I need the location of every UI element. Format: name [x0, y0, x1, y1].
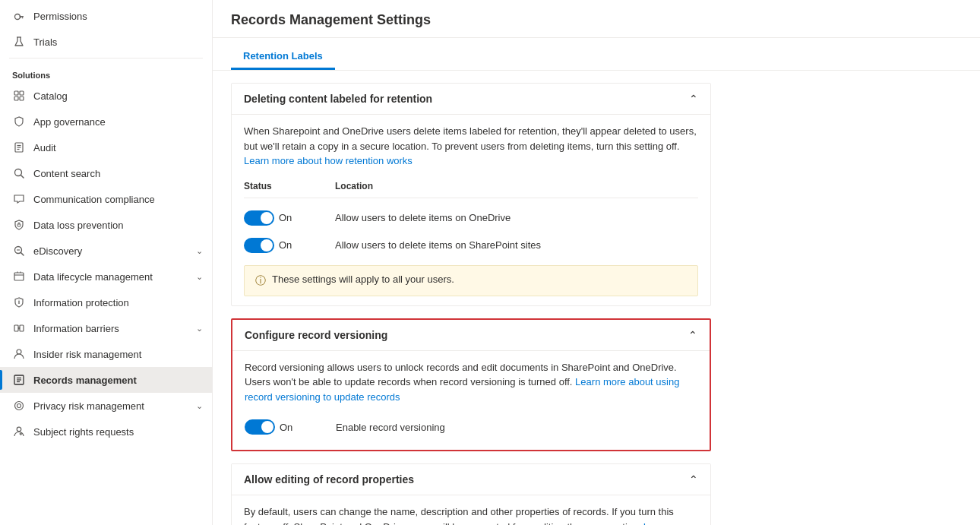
toggle-row-onedrive: On Allow users to delete items on OneDri… — [244, 204, 698, 232]
toggle-track-versioning[interactable] — [245, 419, 275, 435]
svg-rect-2 — [22, 17, 23, 18]
sidebar-item-insider-risk[interactable]: Insider risk management — [0, 341, 212, 367]
svg-rect-3 — [21, 17, 21, 18]
sidebar-item-audit[interactable]: Audit — [0, 134, 212, 160]
sidebar-item-information-protection-label: Information protection — [33, 297, 129, 308]
sidebar-item-content-search[interactable]: Content search — [0, 160, 212, 186]
sidebar-item-records-management[interactable]: Records management — [0, 367, 212, 393]
svg-rect-19 — [14, 273, 24, 280]
sidebar-item-permissions[interactable]: Permissions — [0, 3, 212, 29]
solutions-label: Solutions — [0, 62, 212, 83]
toggle-onedrive[interactable] — [244, 210, 274, 226]
info-protection-icon — [12, 296, 26, 309]
configure-versioning-collapse-icon[interactable]: ⌃ — [688, 329, 697, 341]
allow-editing-title: Allow editing of record properties — [244, 473, 414, 485]
ediscovery-chevron-icon: ⌄ — [196, 246, 203, 256]
toggle-location-sharepoint: Allow users to delete items on SharePoin… — [335, 239, 698, 251]
sidebar-item-trials[interactable]: Trials — [0, 29, 212, 55]
allow-editing-collapse-icon[interactable]: ⌃ — [689, 473, 698, 485]
configure-versioning-title: Configure record versioning — [245, 329, 387, 341]
toggle-thumb-versioning — [261, 421, 273, 433]
sidebar: Permissions Trials Solutions Catalog App… — [0, 0, 213, 525]
tab-retention-labels[interactable]: Retention Labels — [231, 44, 335, 70]
allow-editing-header: Allow editing of record properties ⌃ — [232, 464, 710, 495]
sidebar-item-trials-label: Trials — [33, 36, 57, 48]
sidebar-item-information-protection[interactable]: Information protection — [0, 289, 212, 315]
deleting-content-body: When Sharepoint and OneDrive users delet… — [232, 115, 710, 305]
audit-icon — [12, 141, 26, 154]
svg-rect-8 — [20, 96, 24, 100]
records-icon — [12, 373, 26, 387]
svg-point-36 — [17, 427, 21, 432]
info-icon-1: ⓘ — [255, 274, 266, 288]
toggle-track-onedrive[interactable] — [244, 210, 274, 226]
tabs-bar: Retention Labels — [213, 38, 980, 71]
sidebar-item-permissions-label: Permissions — [33, 11, 87, 22]
person-alert-icon — [12, 347, 26, 361]
col-header-status: Status — [244, 181, 335, 191]
toggle-status-sharepoint: On — [244, 238, 335, 253]
sidebar-item-privacy-risk[interactable]: Privacy risk management ⌄ — [0, 393, 212, 419]
svg-rect-5 — [14, 91, 18, 95]
toggle-row-sharepoint: On Allow users to delete items on ShareP… — [244, 232, 698, 259]
toggle-status-onedrive: On — [244, 210, 335, 226]
sidebar-item-content-search-label: Content search — [33, 168, 100, 179]
sidebar-item-subject-rights-label: Subject rights requests — [33, 426, 134, 438]
configure-versioning-desc: Record versioning allows users to unlock… — [245, 360, 697, 405]
deleting-content-desc: When Sharepoint and OneDrive users delet… — [244, 124, 698, 169]
allow-editing-desc: By default, users can change the name, d… — [244, 504, 698, 525]
svg-point-35 — [17, 404, 21, 408]
deleting-content-banner: ⓘ These settings will apply to all your … — [244, 265, 698, 296]
sidebar-item-app-governance-label: App governance — [33, 116, 106, 128]
deleting-content-header: Deleting content labeled for retention ⌃ — [232, 84, 710, 115]
sidebar-item-catalog[interactable]: Catalog — [0, 83, 212, 109]
toggle-label-versioning: On — [280, 422, 292, 433]
subject-rights-icon — [12, 425, 26, 438]
sidebar-item-data-loss-prevention-label: Data loss prevention — [33, 220, 124, 231]
grid-icon — [12, 89, 26, 103]
sidebar-item-communication-compliance-label: Communication compliance — [33, 194, 155, 205]
sidebar-item-app-governance[interactable]: App governance — [0, 109, 212, 134]
svg-point-34 — [15, 402, 24, 410]
col-header-location: Location — [335, 181, 698, 191]
toggle-label-onedrive: On — [279, 212, 292, 223]
sidebar-item-data-lifecycle[interactable]: Data lifecycle management ⌄ — [0, 264, 212, 289]
flask-icon — [12, 35, 26, 49]
toggle-sharepoint[interactable] — [244, 238, 274, 253]
ediscovery-icon — [12, 244, 26, 258]
configure-versioning-body: Record versioning allows users to unlock… — [232, 351, 710, 451]
page-title: Records Management Settings — [231, 12, 962, 28]
shield-lock-icon — [12, 218, 26, 232]
toggle-track-sharepoint[interactable] — [244, 238, 274, 253]
sidebar-item-subject-rights[interactable]: Subject rights requests — [0, 419, 212, 444]
col-headers: Status Location — [244, 178, 698, 198]
sidebar-item-catalog-label: Catalog — [33, 90, 68, 102]
sidebar-item-information-barriers[interactable]: Information barriers ⌄ — [0, 315, 212, 341]
svg-rect-15 — [17, 224, 21, 226]
svg-rect-6 — [20, 91, 24, 95]
sidebar-item-ediscovery[interactable]: eDiscovery ⌄ — [0, 238, 212, 264]
allow-editing-section: Allow editing of record properties ⌃ By … — [231, 463, 711, 525]
privacy-risk-chevron-icon: ⌄ — [196, 401, 203, 411]
svg-point-0 — [15, 14, 21, 20]
privacy-icon — [12, 399, 26, 413]
deleting-content-collapse-icon[interactable]: ⌃ — [689, 93, 698, 105]
sidebar-item-data-loss-prevention[interactable]: Data loss prevention — [0, 212, 212, 238]
svg-line-17 — [21, 253, 24, 256]
sidebar-item-communication-compliance[interactable]: Communication compliance — [0, 186, 212, 212]
information-barriers-chevron-icon: ⌄ — [196, 324, 203, 334]
toggle-row-versioning: On Enable record versioning — [245, 413, 697, 441]
svg-point-29 — [17, 349, 21, 354]
deleting-content-link[interactable]: Learn more about how retention works — [244, 155, 413, 166]
sidebar-item-ediscovery-label: eDiscovery — [33, 245, 82, 257]
key-icon — [12, 9, 26, 23]
svg-rect-25 — [14, 325, 18, 331]
toggle-versioning[interactable] — [245, 419, 275, 435]
toggle-location-onedrive: Allow users to delete items on OneDrive — [335, 212, 698, 223]
toggle-location-versioning: Enable record versioning — [336, 422, 697, 433]
toggle-thumb-onedrive — [261, 212, 273, 224]
svg-line-14 — [21, 176, 24, 179]
sidebar-item-information-barriers-label: Information barriers — [33, 323, 119, 334]
page-header: Records Management Settings — [213, 0, 980, 38]
lifecycle-icon — [12, 270, 26, 283]
